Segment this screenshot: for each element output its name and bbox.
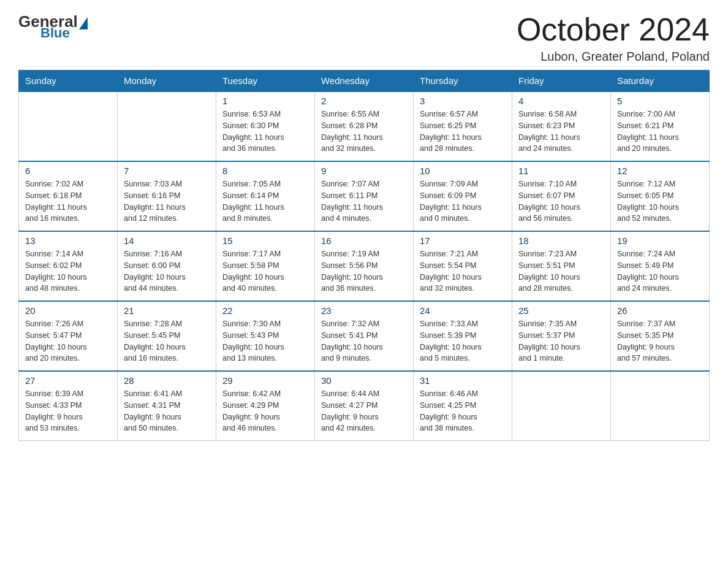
- week-row-4: 20Sunrise: 7:26 AMSunset: 5:47 PMDayligh…: [19, 301, 710, 371]
- day-number: 14: [124, 236, 210, 246]
- week-row-1: 1Sunrise: 6:53 AMSunset: 6:30 PMDaylight…: [19, 91, 710, 161]
- location: Lubon, Greater Poland, Poland: [517, 50, 710, 64]
- day-info: Sunrise: 7:00 AMSunset: 6:21 PMDaylight:…: [617, 109, 703, 155]
- calendar-cell: 20Sunrise: 7:26 AMSunset: 5:47 PMDayligh…: [19, 301, 118, 371]
- day-number: 21: [124, 305, 210, 316]
- calendar-cell: 23Sunrise: 7:32 AMSunset: 5:41 PMDayligh…: [315, 301, 414, 371]
- day-info: Sunrise: 6:46 AMSunset: 4:25 PMDaylight:…: [420, 388, 506, 434]
- calendar-cell: 19Sunrise: 7:24 AMSunset: 5:49 PMDayligh…: [611, 231, 710, 301]
- day-number: 22: [222, 305, 308, 316]
- calendar-cell: 11Sunrise: 7:10 AMSunset: 6:07 PMDayligh…: [512, 161, 611, 231]
- day-number: 20: [25, 305, 111, 316]
- day-number: 1: [222, 96, 308, 106]
- calendar-cell: 3Sunrise: 6:57 AMSunset: 6:25 PMDaylight…: [414, 91, 512, 161]
- day-number: 7: [124, 166, 210, 176]
- page-header: General Blue October 2024 Lubon, Greater…: [18, 12, 710, 64]
- calendar-cell: 5Sunrise: 7:00 AMSunset: 6:21 PMDaylight…: [611, 91, 710, 161]
- calendar-cell: [19, 91, 118, 161]
- day-info: Sunrise: 7:17 AMSunset: 5:58 PMDaylight:…: [222, 248, 308, 294]
- calendar-cell: 14Sunrise: 7:16 AMSunset: 6:00 PMDayligh…: [118, 231, 216, 301]
- calendar-cell: 4Sunrise: 6:58 AMSunset: 6:23 PMDaylight…: [512, 91, 611, 161]
- calendar-cell: 9Sunrise: 7:07 AMSunset: 6:11 PMDaylight…: [315, 161, 414, 231]
- calendar-header-row: SundayMondayTuesdayWednesdayThursdayFrid…: [19, 71, 710, 92]
- calendar-cell: 10Sunrise: 7:09 AMSunset: 6:09 PMDayligh…: [414, 161, 512, 231]
- calendar-cell: 7Sunrise: 7:03 AMSunset: 6:16 PMDaylight…: [118, 161, 216, 231]
- weekday-header-friday: Friday: [512, 71, 611, 92]
- calendar-cell: 27Sunrise: 6:39 AMSunset: 4:33 PMDayligh…: [19, 371, 118, 441]
- day-number: 17: [420, 236, 506, 246]
- calendar-cell: 12Sunrise: 7:12 AMSunset: 6:05 PMDayligh…: [611, 161, 710, 231]
- logo-triangle-icon: [79, 17, 88, 29]
- day-number: 15: [222, 236, 308, 246]
- day-info: Sunrise: 6:39 AMSunset: 4:33 PMDaylight:…: [25, 388, 111, 434]
- calendar-cell: 18Sunrise: 7:23 AMSunset: 5:51 PMDayligh…: [512, 231, 611, 301]
- weekday-header-tuesday: Tuesday: [216, 71, 315, 92]
- calendar-cell: [512, 371, 611, 441]
- day-number: 29: [222, 375, 308, 386]
- day-number: 28: [124, 375, 210, 386]
- day-info: Sunrise: 7:14 AMSunset: 6:02 PMDaylight:…: [25, 248, 111, 294]
- calendar-cell: 16Sunrise: 7:19 AMSunset: 5:56 PMDayligh…: [315, 231, 414, 301]
- week-row-2: 6Sunrise: 7:02 AMSunset: 6:18 PMDaylight…: [19, 161, 710, 231]
- day-info: Sunrise: 6:58 AMSunset: 6:23 PMDaylight:…: [518, 109, 604, 155]
- calendar-cell: 8Sunrise: 7:05 AMSunset: 6:14 PMDaylight…: [216, 161, 315, 231]
- calendar-cell: 17Sunrise: 7:21 AMSunset: 5:54 PMDayligh…: [414, 231, 512, 301]
- week-row-5: 27Sunrise: 6:39 AMSunset: 4:33 PMDayligh…: [19, 371, 710, 441]
- calendar-cell: 31Sunrise: 6:46 AMSunset: 4:25 PMDayligh…: [414, 371, 512, 441]
- weekday-header-thursday: Thursday: [414, 71, 512, 92]
- day-number: 12: [617, 166, 703, 176]
- day-info: Sunrise: 7:21 AMSunset: 5:54 PMDaylight:…: [420, 248, 506, 294]
- day-number: 5: [617, 96, 703, 106]
- day-number: 24: [420, 305, 506, 316]
- day-info: Sunrise: 6:42 AMSunset: 4:29 PMDaylight:…: [222, 388, 308, 434]
- title-section: October 2024 Lubon, Greater Poland, Pola…: [517, 12, 710, 64]
- weekday-header-saturday: Saturday: [611, 71, 710, 92]
- day-info: Sunrise: 7:16 AMSunset: 6:00 PMDaylight:…: [124, 248, 210, 294]
- day-info: Sunrise: 7:30 AMSunset: 5:43 PMDaylight:…: [222, 318, 308, 364]
- day-info: Sunrise: 7:35 AMSunset: 5:37 PMDaylight:…: [518, 318, 604, 364]
- day-info: Sunrise: 6:41 AMSunset: 4:31 PMDaylight:…: [124, 388, 210, 434]
- calendar-cell: 24Sunrise: 7:33 AMSunset: 5:39 PMDayligh…: [414, 301, 512, 371]
- day-number: 13: [25, 236, 111, 246]
- calendar-cell: 26Sunrise: 7:37 AMSunset: 5:35 PMDayligh…: [611, 301, 710, 371]
- day-info: Sunrise: 7:19 AMSunset: 5:56 PMDaylight:…: [321, 248, 407, 294]
- day-info: Sunrise: 7:26 AMSunset: 5:47 PMDaylight:…: [25, 318, 111, 364]
- day-number: 31: [420, 375, 506, 386]
- day-number: 25: [518, 305, 604, 316]
- day-number: 16: [321, 236, 407, 246]
- month-title: October 2024: [517, 12, 710, 47]
- calendar-cell: 29Sunrise: 6:42 AMSunset: 4:29 PMDayligh…: [216, 371, 315, 441]
- calendar-cell: 21Sunrise: 7:28 AMSunset: 5:45 PMDayligh…: [118, 301, 216, 371]
- logo-blue: Blue: [40, 25, 70, 41]
- day-number: 26: [617, 305, 703, 316]
- day-info: Sunrise: 7:02 AMSunset: 6:18 PMDaylight:…: [25, 178, 111, 224]
- day-number: 19: [617, 236, 703, 246]
- day-info: Sunrise: 7:07 AMSunset: 6:11 PMDaylight:…: [321, 178, 407, 224]
- calendar-table: SundayMondayTuesdayWednesdayThursdayFrid…: [18, 70, 710, 441]
- calendar-cell: 1Sunrise: 6:53 AMSunset: 6:30 PMDaylight…: [216, 91, 315, 161]
- day-info: Sunrise: 7:09 AMSunset: 6:09 PMDaylight:…: [420, 178, 506, 224]
- day-info: Sunrise: 6:53 AMSunset: 6:30 PMDaylight:…: [222, 109, 308, 155]
- day-number: 30: [321, 375, 407, 386]
- calendar-cell: [611, 371, 710, 441]
- calendar-cell: 28Sunrise: 6:41 AMSunset: 4:31 PMDayligh…: [118, 371, 216, 441]
- day-info: Sunrise: 7:24 AMSunset: 5:49 PMDaylight:…: [617, 248, 703, 294]
- day-number: 2: [321, 96, 407, 106]
- day-number: 6: [25, 166, 111, 176]
- weekday-header-sunday: Sunday: [19, 71, 118, 92]
- day-number: 8: [222, 166, 308, 176]
- day-info: Sunrise: 7:05 AMSunset: 6:14 PMDaylight:…: [222, 178, 308, 224]
- day-number: 27: [25, 375, 111, 386]
- calendar-cell: [118, 91, 216, 161]
- day-number: 18: [518, 236, 604, 246]
- day-info: Sunrise: 6:44 AMSunset: 4:27 PMDaylight:…: [321, 388, 407, 434]
- day-number: 23: [321, 305, 407, 316]
- day-number: 11: [518, 166, 604, 176]
- day-info: Sunrise: 7:23 AMSunset: 5:51 PMDaylight:…: [518, 248, 604, 294]
- calendar-cell: 13Sunrise: 7:14 AMSunset: 6:02 PMDayligh…: [19, 231, 118, 301]
- week-row-3: 13Sunrise: 7:14 AMSunset: 6:02 PMDayligh…: [19, 231, 710, 301]
- day-info: Sunrise: 7:33 AMSunset: 5:39 PMDaylight:…: [420, 318, 506, 364]
- weekday-header-monday: Monday: [118, 71, 216, 92]
- calendar-cell: 30Sunrise: 6:44 AMSunset: 4:27 PMDayligh…: [315, 371, 414, 441]
- day-number: 4: [518, 96, 604, 106]
